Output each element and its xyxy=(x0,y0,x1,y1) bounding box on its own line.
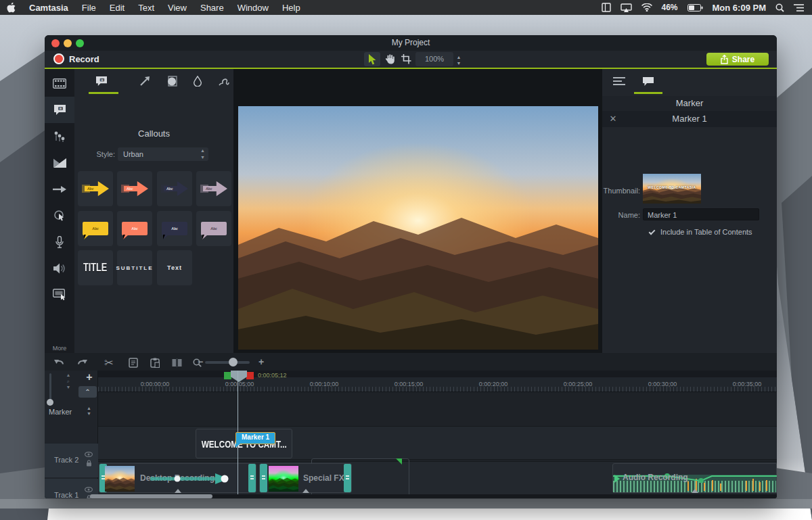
undo-button[interactable] xyxy=(50,355,68,370)
share-button[interactable]: Share xyxy=(706,53,769,66)
rail-callouts-button[interactable]: a xyxy=(45,97,74,123)
callout-arrow-coral[interactable]: Abc xyxy=(117,171,152,206)
track-height-handle[interactable] xyxy=(47,399,53,406)
preview-stage[interactable] xyxy=(238,106,598,351)
callouts-icon: a xyxy=(53,104,66,116)
audio-recording-clip[interactable]: Audio Recording xyxy=(612,463,777,493)
track2-header[interactable]: Track 2 xyxy=(45,444,98,477)
cursor-effects-icon xyxy=(53,210,66,222)
timeline-ruler[interactable]: 0:00:00;00 0:00:05;00 0:00:10;00 0:00:15… xyxy=(98,377,777,392)
mini-zoom-stepper[interactable]: ▲⌕▼ xyxy=(64,372,73,390)
apple-menu[interactable] xyxy=(0,3,22,13)
callout-bubble-mauve[interactable]: Abc xyxy=(196,211,231,246)
track-visibility-icon[interactable] xyxy=(85,487,93,492)
track-height-slider[interactable] xyxy=(49,373,51,402)
animation-arrow-icon[interactable] xyxy=(150,472,231,486)
timeline-zoom-handle[interactable] xyxy=(229,358,238,367)
style-dropdown[interactable]: Urban ▲▼ xyxy=(118,147,208,161)
screen-cursor-icon xyxy=(53,289,66,300)
callout-arrow-navy[interactable]: Abc xyxy=(157,171,192,206)
airplay-icon[interactable] xyxy=(621,3,632,12)
timeline-zoom-slider[interactable] xyxy=(205,361,250,364)
callout-title[interactable]: TITLE xyxy=(78,250,113,285)
clip-grip[interactable] xyxy=(175,489,181,493)
select-tool-button[interactable] xyxy=(364,52,380,66)
add-track-button[interactable]: + xyxy=(83,371,96,384)
recorder-status-icon[interactable] xyxy=(602,3,611,12)
ruler-top-strip[interactable] xyxy=(98,371,777,377)
clip-right-handle[interactable] xyxy=(344,464,351,492)
tab-shape-mask[interactable] xyxy=(158,70,184,92)
callout-subtitle[interactable]: SUBTITLE xyxy=(117,250,152,285)
tab-blur[interactable] xyxy=(185,70,210,92)
rail-transitions-button[interactable] xyxy=(45,149,74,176)
marker-row-stepper[interactable]: ▲▼ xyxy=(87,406,91,417)
fullscreen-window-button[interactable] xyxy=(76,39,84,47)
paste-button[interactable] xyxy=(146,355,164,370)
timeline-marker-flag[interactable]: Marker 1 xyxy=(235,432,275,444)
menu-item-edit[interactable]: Edit xyxy=(103,3,131,13)
menu-item-file[interactable]: File xyxy=(75,3,103,13)
close-window-button[interactable] xyxy=(51,39,60,47)
canvas-zoom-stepper[interactable]: ▲▼ xyxy=(455,52,463,66)
track-visibility-icon[interactable] xyxy=(85,452,93,457)
collapse-tracks-button[interactable]: ⌃ xyxy=(78,386,97,398)
toc-checkbox-row[interactable]: Include in Table of Contents xyxy=(648,227,752,237)
marker-name-input[interactable]: Marker 1 xyxy=(643,208,759,220)
split-button[interactable]: ✂ xyxy=(100,355,118,370)
notification-center-icon[interactable] xyxy=(794,4,804,11)
menu-bar: Camtasia File Edit Text View Share Windo… xyxy=(0,0,812,15)
menu-item-share[interactable]: Share xyxy=(194,3,231,13)
menu-item-text[interactable]: Text xyxy=(131,3,161,13)
rail-voice-narration-button[interactable] xyxy=(45,229,74,255)
track-lock-icon[interactable] xyxy=(86,460,92,467)
menu-app-name[interactable]: Camtasia xyxy=(22,3,75,13)
clip-grip[interactable] xyxy=(302,489,309,493)
tab-marker-detail[interactable] xyxy=(634,70,662,92)
callout-bubble-coral[interactable]: Abc xyxy=(117,211,152,246)
record-button[interactable]: Record xyxy=(69,51,99,68)
tab-arrow[interactable] xyxy=(132,70,158,92)
wifi-icon[interactable] xyxy=(641,3,652,11)
clip-grip[interactable] xyxy=(692,489,698,493)
minimize-window-button[interactable] xyxy=(64,39,72,47)
canvas-zoom-select[interactable]: 100% xyxy=(415,52,453,66)
stitch-button[interactable] xyxy=(168,355,185,370)
rail-interactivity-button[interactable] xyxy=(45,281,74,308)
zoom-in-plus[interactable]: + xyxy=(258,356,264,367)
rail-media-button[interactable] xyxy=(45,70,74,97)
desktop-recording-clip[interactable]: Desktop Recording xyxy=(99,463,256,493)
special-fx-clip[interactable]: Special FX xyxy=(259,463,352,493)
clip-left-handle[interactable] xyxy=(260,464,267,492)
selection-in-handle[interactable] xyxy=(224,372,231,379)
menu-item-view[interactable]: View xyxy=(161,3,194,13)
menu-item-window[interactable]: Window xyxy=(231,3,275,13)
rail-animations-button[interactable] xyxy=(45,123,74,149)
pan-tool-button[interactable] xyxy=(382,52,398,66)
spotlight-search-icon[interactable] xyxy=(775,3,784,12)
clip-right-handle[interactable] xyxy=(248,464,256,492)
menu-item-help[interactable]: Help xyxy=(275,3,307,13)
rail-zoom-pan-button[interactable] xyxy=(45,176,74,202)
callout-bubble-yellow[interactable]: Abc xyxy=(78,211,113,246)
rail-more-label[interactable]: More xyxy=(45,345,74,352)
record-icon[interactable] xyxy=(53,53,64,64)
copy-button[interactable] xyxy=(125,355,142,370)
menu-clock[interactable]: Mon 6:09 PM xyxy=(713,3,766,13)
callout-arrow-mauve[interactable]: Abc xyxy=(196,171,231,206)
crop-tool-button[interactable] xyxy=(398,52,414,66)
marker-thumbnail[interactable]: WELCOME TO CAMTASIA xyxy=(643,174,701,204)
rail-audio-effects-button[interactable] xyxy=(45,255,74,281)
window-title-bar[interactable]: My Project xyxy=(45,35,777,51)
zoom-out-minus[interactable]: − xyxy=(198,356,203,367)
checkbox-checked-icon[interactable] xyxy=(648,229,656,236)
tab-marker-list[interactable] xyxy=(605,70,633,92)
timeline-hscroll-thumb[interactable] xyxy=(90,494,212,498)
tab-callouts[interactable]: a xyxy=(89,70,114,92)
redo-button[interactable] xyxy=(73,355,91,370)
callout-bubble-navy[interactable]: Abc xyxy=(157,211,192,246)
selection-out-handle[interactable] xyxy=(246,372,254,379)
callout-text[interactable]: Text xyxy=(157,250,192,285)
rail-cursor-effects-button[interactable] xyxy=(45,202,74,229)
callout-arrow-yellow[interactable]: Abc xyxy=(78,171,113,206)
